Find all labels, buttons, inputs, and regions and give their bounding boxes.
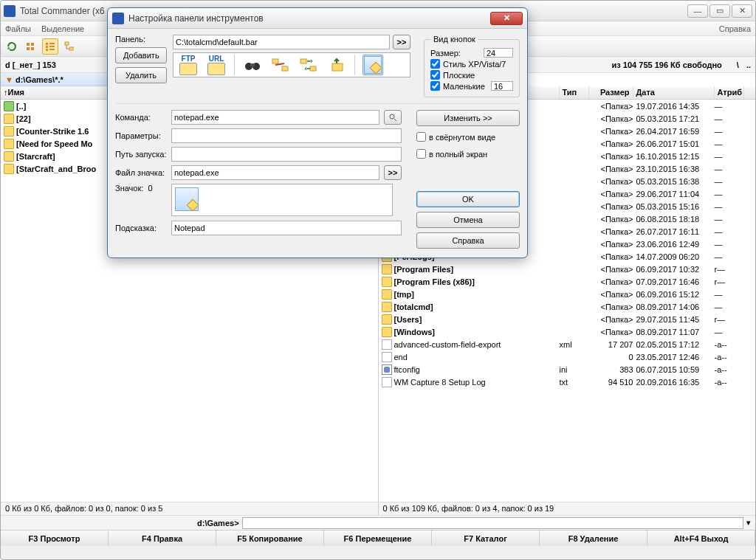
f5-button[interactable]: F5 Копирование (216, 530, 324, 546)
f4-button[interactable]: F4 Правка (109, 530, 216, 546)
delete-button[interactable]: Удалить (115, 67, 167, 83)
ok-button[interactable]: OK (416, 191, 520, 207)
panel-path-input[interactable] (173, 35, 390, 49)
svg-rect-19 (332, 63, 343, 71)
list-item[interactable]: [Program Files (x86)]<Папка>07.09.2017 1… (379, 275, 756, 288)
size-input[interactable] (484, 48, 513, 58)
svg-rect-8 (49, 46, 55, 47)
menu-selection[interactable]: Выделение (41, 24, 84, 33)
f3-button[interactable]: F3 Просмотр (1, 530, 109, 546)
list-item[interactable]: end023.05.2017 12:46-a-- (379, 350, 756, 363)
list-item[interactable]: [Program Files]<Папка>06.09.2017 10:32r— (379, 263, 756, 275)
cmd-input[interactable] (242, 517, 743, 529)
flat-checkbox[interactable] (430, 70, 440, 80)
right-status: 0 Кб из 109 Кб, файлов: 0 из 4, папок: 0… (379, 502, 756, 515)
toolbar-preview[interactable]: FTP URL (173, 52, 410, 77)
button-view-group: Вид кнопок Размер: Стиль XP/Vista/7 Плос… (424, 35, 520, 97)
change-button[interactable]: Изменить >> (416, 110, 520, 126)
xp-style-checkbox[interactable] (430, 59, 440, 69)
drive-left[interactable]: d [_нет_] 153 (5, 61, 56, 69)
svg-rect-3 (31, 47, 34, 50)
cancel-button[interactable]: Отмена (416, 212, 520, 228)
svg-rect-15 (272, 59, 278, 63)
minimize-button[interactable]: — (687, 4, 708, 18)
f8-button[interactable]: F8 Удаление (540, 530, 647, 546)
minimized-checkbox[interactable] (416, 132, 426, 142)
svg-rect-6 (46, 49, 48, 51)
command-input[interactable] (171, 110, 379, 125)
svg-rect-16 (282, 66, 288, 71)
list-item[interactable]: [tmp]<Папка>06.09.2016 15:12— (379, 288, 756, 300)
tree-view-icon[interactable] (61, 38, 78, 55)
brief-view-icon[interactable] (23, 38, 39, 55)
small-size-input[interactable] (491, 81, 513, 91)
dialog-title: Настройка панели инструментов (128, 13, 490, 24)
svg-point-20 (390, 114, 394, 119)
help-button[interactable]: Справка (416, 232, 520, 249)
notepad-icon-selected[interactable] (362, 55, 383, 75)
f6-button[interactable]: F6 Перемещение (324, 530, 432, 546)
notepad-icon[interactable] (175, 187, 199, 211)
iconfile-input[interactable] (171, 165, 379, 180)
svg-rect-11 (69, 47, 73, 50)
svg-rect-4 (46, 43, 48, 45)
startpath-input[interactable] (171, 147, 402, 162)
close-button[interactable]: ✕ (732, 4, 752, 18)
svg-rect-18 (310, 66, 316, 71)
fullscreen-checkbox[interactable] (416, 149, 426, 159)
menu-files[interactable]: Файлы (5, 24, 31, 33)
list-item[interactable]: advanced-custom-field-exportxml17 20702.… (379, 338, 756, 350)
list-item[interactable]: WM Capture 8 Setup Logtxt94 51020.09.201… (379, 376, 756, 388)
dialog-icon (112, 13, 124, 24)
svg-rect-7 (49, 43, 55, 44)
dialog-close-button[interactable]: ✕ (490, 12, 523, 25)
altf4-button[interactable]: Alt+F4 Выход (647, 530, 755, 546)
list-item[interactable]: [totalcmd]<Папка>08.09.2017 14:06— (379, 300, 756, 313)
fkey-bar: F3 Просмотр F4 Правка F5 Копирование F6 … (1, 530, 755, 546)
panel-label: Панель: (115, 35, 167, 44)
browse-panel-button[interactable]: >> (393, 35, 410, 49)
svg-rect-10 (65, 42, 69, 45)
toolbar-config-dialog: Настройка панели инструментов ✕ Панель: … (107, 7, 528, 258)
list-item[interactable]: [Users]<Папка>29.07.2015 11:45r— (379, 313, 756, 325)
svg-rect-17 (300, 59, 306, 63)
params-input[interactable] (171, 128, 402, 143)
icon-picker[interactable] (171, 184, 393, 216)
binoculars-icon[interactable] (242, 55, 263, 75)
svg-rect-2 (31, 43, 34, 46)
refresh-icon[interactable] (4, 38, 20, 55)
small-checkbox[interactable] (430, 81, 440, 91)
cmd-path: d:\Games> (197, 519, 239, 528)
app-icon (4, 5, 16, 17)
svg-rect-14 (250, 63, 255, 66)
add-button[interactable]: Добавить (115, 47, 167, 63)
menu-help[interactable]: Справка (719, 24, 751, 33)
left-status: 0 Кб из 0 Кб, файлов: 0 из 0, папок: 0 и… (1, 502, 378, 515)
f7-button[interactable]: F7 Каталог (432, 530, 540, 546)
maximize-button[interactable]: ▭ (709, 4, 730, 18)
full-view-icon[interactable] (42, 38, 58, 55)
list-item[interactable]: ftconfigini38306.07.2015 10:59-a-- (379, 363, 756, 376)
svg-rect-5 (46, 46, 48, 48)
rename-icon[interactable] (270, 55, 291, 75)
list-item[interactable]: [Windows]<Папка>08.09.2017 11:07— (379, 325, 756, 338)
svg-rect-9 (49, 49, 55, 50)
command-search-button[interactable] (384, 110, 402, 125)
free-space: из 104 755 196 Кб свободно (612, 61, 722, 69)
copy-icon[interactable] (326, 55, 347, 75)
svg-rect-0 (27, 43, 30, 46)
sync-icon[interactable] (298, 55, 319, 75)
hint-input[interactable] (171, 221, 402, 235)
command-line: d:\Games> ▾ (1, 515, 755, 530)
svg-rect-1 (27, 47, 30, 50)
iconfile-browse-button[interactable]: >> (384, 165, 402, 180)
